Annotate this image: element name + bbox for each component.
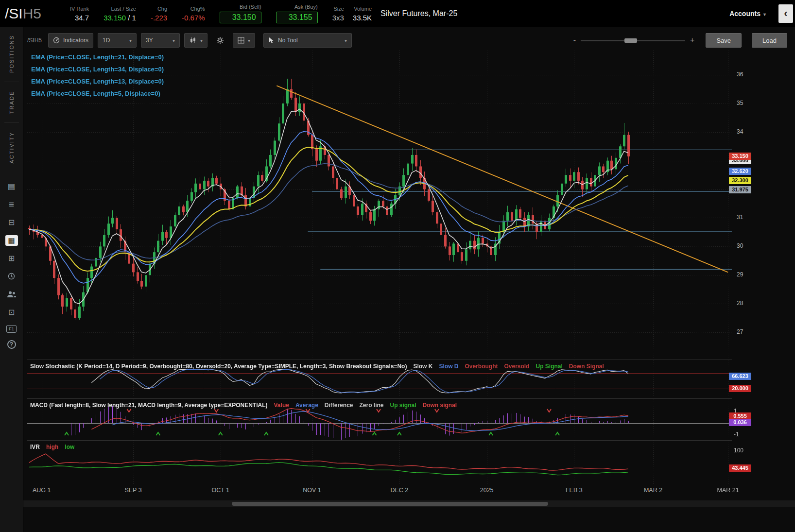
zoom-out-button[interactable]: -: [573, 36, 576, 45]
watchlist-icon[interactable]: ≡: [5, 199, 18, 210]
zoom-in-button[interactable]: +: [690, 36, 694, 45]
accounts-menu[interactable]: Accounts▾: [729, 10, 766, 17]
ivr-canvas[interactable]: [27, 441, 732, 485]
macd-title[interactable]: MACD (Fast length=8, Slow length=21, MAC…: [30, 402, 268, 409]
axis-tick: 31: [737, 214, 743, 221]
clock-icon: [8, 273, 15, 280]
indicators-icon: [53, 37, 60, 44]
iv-rank-value: 34.7: [75, 14, 89, 22]
stochastic-axis: 66.62320.000: [732, 360, 795, 395]
bid-label: Bid (Sell): [240, 4, 261, 10]
chg-value: -.223: [151, 14, 167, 22]
indicators-label: Indicators: [63, 37, 88, 44]
range-dropdown[interactable]: 3Y▾: [141, 33, 180, 48]
sidebar-tab-activity[interactable]: ACTIVITY: [9, 124, 15, 172]
accounts-label: Accounts: [729, 10, 760, 17]
zoom-control: - +: [573, 36, 695, 45]
clients-icon[interactable]: [5, 289, 18, 300]
load-button[interactable]: Load: [752, 33, 787, 48]
chart-settings-button[interactable]: [212, 33, 228, 48]
time-axis: AUG 1SEP 3OCT 1NOV 1DEC 22025FEB 3MAR 2M…: [23, 487, 795, 497]
chevron-down-icon: ▾: [129, 38, 132, 43]
chg-pct-label: Chg%: [190, 6, 205, 12]
apps-icon[interactable]: ⊞: [5, 253, 18, 264]
time-axis-label: OCT 1: [211, 487, 229, 494]
price-label: 32.620: [729, 168, 751, 175]
ema-5-label[interactable]: EMA (Price=CLOSE, Length=5, Displace=0): [31, 90, 164, 97]
macd-label-row: MACD (Fast length=8, Slow length=21, MAC…: [30, 400, 457, 409]
price-label: 31.975: [729, 186, 751, 193]
legend-item: IVR: [30, 444, 40, 450]
chart-type-dropdown[interactable]: ▾: [184, 33, 207, 48]
legend-item: Difference: [325, 402, 353, 409]
save-button[interactable]: Save: [706, 33, 742, 48]
symbol-suffix: H5: [23, 5, 41, 21]
last-size-suffix: / 1: [126, 14, 136, 22]
axis-tick: 30: [737, 242, 743, 249]
stochastic-title[interactable]: Slow Stochastic (K Period=14, D Period=9…: [30, 363, 407, 370]
history-icon[interactable]: [5, 271, 18, 282]
bid-field: Bid (Sell) 33.150: [220, 4, 261, 23]
zoom-slider[interactable]: [581, 40, 685, 41]
ema-13-label[interactable]: EMA (Price=CLOSE, Length=13, Displace=0): [31, 78, 164, 85]
chevron-down-icon: ▾: [173, 38, 175, 43]
volume-field: Volume 33.5K: [353, 6, 372, 22]
sidebar-icon-rail: ▤ ≡ ⊟ ▦ ⊞ ⊡ F1 ?: [5, 181, 18, 349]
tool-label: No Tool: [278, 37, 297, 44]
chart-toolbar: /SIH5 Indicators 1D▾ 3Y▾ ▾ ▾: [23, 32, 795, 49]
layout-dropdown[interactable]: ▾: [233, 33, 255, 48]
study-labels: EMA (Price=CLOSE, Length=21, Displace=0)…: [31, 53, 164, 102]
bid-button[interactable]: 33.150: [220, 12, 261, 23]
iv-rank-label: IV Rank: [70, 6, 89, 12]
volume-value: 33.5K: [353, 14, 372, 22]
macd-axis: 1-10.5550.036: [732, 399, 795, 439]
zoom-slider-thumb[interactable]: [624, 38, 637, 43]
chevron-down-icon: ▾: [200, 38, 203, 43]
news-icon[interactable]: ▤: [5, 181, 18, 192]
chevron-down-icon: ▾: [763, 12, 766, 17]
instrument-name: Silver Futures, Mar-25: [380, 9, 457, 18]
chart-icon[interactable]: ▦: [5, 235, 18, 246]
indicators-button[interactable]: Indicators: [48, 33, 93, 48]
divider: [4, 82, 19, 82]
time-axis-label: MAR 21: [717, 487, 739, 494]
legend-item: Slow K: [413, 363, 432, 370]
drawing-tool-dropdown[interactable]: No Tool ▾: [263, 33, 352, 48]
tools-icon[interactable]: ⊡: [5, 307, 18, 318]
f1-help-icon[interactable]: F1: [6, 325, 17, 333]
time-axis-label: AUG 1: [33, 487, 51, 494]
legend-item: Value: [274, 402, 289, 409]
axis-tick: 28: [737, 300, 743, 307]
sidebar-tab-positions[interactable]: POSITIONS: [9, 27, 15, 81]
stochastic-label-row: Slow Stochastic (K Period=14, D Period=9…: [30, 361, 604, 370]
ema-34-label[interactable]: EMA (Price=CLOSE, Length=34, Displace=0): [31, 66, 164, 73]
calendar-icon[interactable]: ⊟: [5, 217, 18, 228]
help-icon[interactable]: ?: [7, 340, 16, 349]
chevron-down-icon: ▾: [248, 38, 250, 43]
left-sidebar: POSITIONS TRADE ACTIVITY ▤ ≡ ⊟ ▦ ⊞ ⊡ F1 …: [0, 27, 23, 532]
chart-scrollbar[interactable]: [23, 500, 795, 507]
last-value: 33.150: [104, 14, 126, 22]
ask-label: Ask (Buy): [294, 4, 318, 10]
scrollbar-thumb[interactable]: [232, 502, 548, 506]
legend-item: Up signal: [390, 402, 416, 409]
ask-field: Ask (Buy) 33.155: [276, 4, 318, 23]
last-size-field: Last / Size 33.150 / 1: [104, 6, 136, 22]
axis-tick: 36: [737, 71, 743, 78]
grid-layout-icon: [238, 37, 244, 44]
axis-tick: 27: [737, 328, 743, 335]
collapse-panel-button[interactable]: ‹: [778, 4, 793, 23]
time-axis-label: 2025: [480, 487, 494, 494]
ema-21-label[interactable]: EMA (Price=CLOSE, Length=21, Displace=0): [31, 53, 164, 61]
time-axis-label: NOV 1: [303, 487, 321, 494]
axis-tick: 100: [734, 447, 743, 454]
price-label: 66.623: [729, 373, 751, 380]
legend-item: Overbought: [465, 363, 498, 370]
trading-app: /SIH5 IV Rank 34.7 Last / Size 33.150 / …: [0, 0, 795, 532]
price-label: 33.150: [729, 153, 751, 160]
timeframe-dropdown[interactable]: 1D▾: [98, 33, 137, 48]
chg-pct-field: Chg% -0.67%: [182, 6, 205, 22]
sidebar-tab-trade[interactable]: TRADE: [9, 83, 15, 121]
ask-button[interactable]: 33.155: [276, 12, 318, 23]
legend-item: Zero line: [360, 402, 384, 409]
